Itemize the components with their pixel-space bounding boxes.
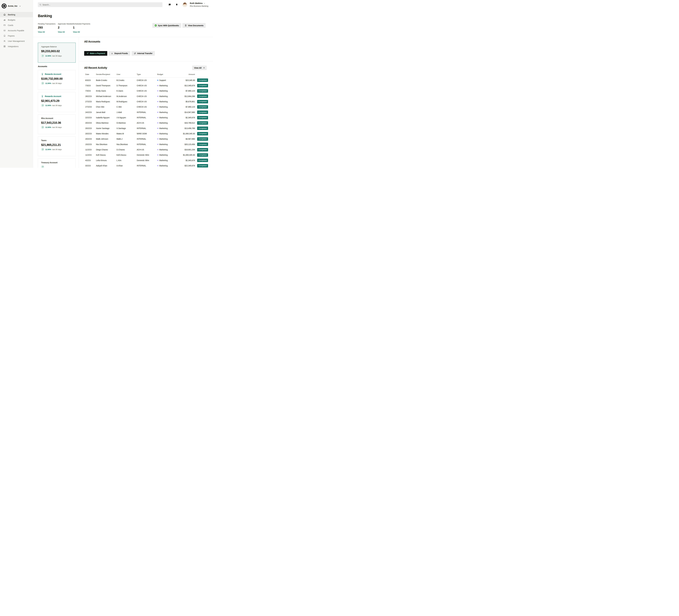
table-row[interactable]: 15/2/23 Nia Okonkwo Nia.Okonkwo INTERNAL… [84, 142, 208, 147]
user-menu[interactable]: Ruth Watkins Rho Business Banking [190, 2, 208, 7]
header-action-button[interactable]: View Documents [182, 23, 205, 28]
cell-date: 15/2/23 [85, 143, 96, 145]
budget-label: Marketing [159, 154, 168, 156]
trend-row: 12.06% last 30 days [41, 82, 72, 85]
table-row[interactable]: 20/2/23 Malik Johnson Malik.J INTERNAL M… [84, 136, 208, 142]
account-card-title-row: Taxes [41, 139, 72, 141]
sidebar-item[interactable]: Payees [0, 33, 33, 38]
cell-sender: Kofi Owusu [96, 154, 117, 156]
trend-up-badge [41, 165, 44, 168]
table-row[interactable]: 20/2/23 Olivia Martinez O.Martinez ACH-U… [84, 120, 208, 126]
budget-label: Marketing [159, 117, 168, 119]
cell-user: Nia.Okonkwo [117, 143, 137, 145]
budget-dot [157, 133, 158, 134]
trend-up-icon [42, 55, 43, 57]
stat-view-all-link[interactable]: View All [38, 31, 45, 33]
sidebar-item-label: User Management [8, 40, 25, 42]
cell-date: 20/2/23 [85, 133, 96, 135]
cell-user: D.Chavez [117, 149, 137, 151]
table-row[interactable]: 24/2/23 Jamal Abdi J.Abdi INTERNAL Marke… [84, 109, 208, 115]
cell-sender: Malik Johnson [96, 138, 117, 140]
aggregate-balance-amount: $9,233,003.02 [41, 50, 72, 53]
table-row[interactable]: 22/2/23 Isabella Nguyen I.N.Nguyen INTER… [84, 115, 208, 120]
stat-view-all-link[interactable]: View All [58, 31, 65, 33]
table-row[interactable]: 27/2/23 Maria Rodriguez M.Rodriguez CHEC… [84, 99, 208, 104]
cell-type: WIRE-DOM [137, 133, 157, 135]
cell-budget: Marketing [157, 100, 177, 103]
cell-sender: Bode-Crooks [96, 79, 117, 82]
table-row[interactable]: 27/2/23 Chen Wei C.Wei CHECK-US Marketin… [84, 104, 208, 109]
cell-amount: $7,890,123 [177, 106, 195, 108]
account-card[interactable]: Taxes $21,865,211.21 12.06% last 30 days [38, 136, 76, 156]
table-row[interactable]: 4/2/23 Leila Kimura L.Kim Domestic Wire … [84, 158, 208, 163]
account-action-button[interactable]: Make a Payment [84, 51, 107, 56]
trend-up-icon [42, 127, 43, 128]
cell-user: Kofi.Owusu [117, 154, 137, 156]
view-all-activity-button[interactable]: View All [192, 66, 207, 70]
table-row[interactable]: 8/3/23 Bode-Crooks B.Crooks CHECK-US Sup… [84, 77, 208, 83]
table-row[interactable]: 11/2/23 Kofi Owusu Kofi.Owusu Domestic W… [84, 152, 208, 158]
account-card-title-row: Treasury Account [41, 161, 72, 164]
org-switcher[interactable]: Acme, Inc [0, 0, 33, 8]
account-action-button[interactable]: Deposit Funds [109, 51, 130, 56]
status-badge: Completed [197, 127, 208, 130]
cell-date: 7/3/23 [85, 90, 96, 92]
sidebar: Acme, Inc Banking Budgets Cards Accounts… [0, 0, 33, 168]
account-card[interactable]: Rho Account $17,543,210.36 12.06% last 3… [38, 114, 76, 134]
table-row[interactable]: 3/2/23 Aaliyah Khan A.Khan INTERNAL Mark… [84, 163, 208, 168]
budget-label: Marketing [159, 165, 168, 167]
column-header-type[interactable]: Type [137, 73, 157, 75]
column-header-sender[interactable]: Sender/Recipient [96, 73, 117, 75]
cell-type: INTERNAL [137, 117, 157, 119]
button-icon [155, 24, 157, 27]
activity-table-header: Date Sender/Recipient User Type Budget A… [84, 73, 208, 75]
sidebar-item[interactable]: Accounts Payable [0, 28, 33, 33]
status-badge: Completed [197, 110, 208, 114]
support-chat-icon[interactable] [168, 3, 171, 6]
account-action-button[interactable]: Internal Transfer [132, 51, 155, 56]
table-row[interactable]: 7/3/23 David Thompson D.Thompson CHECK-U… [84, 83, 208, 88]
cell-budget: Marketing [157, 143, 177, 145]
table-row[interactable]: 7/3/23 Emily Davis E.Davis CHECK-US Mark… [84, 88, 208, 94]
account-card[interactable]: Rewards Account $100,732,000.00 12.06% l… [38, 70, 76, 90]
header-action-button[interactable]: Sync With Quickbooks [152, 23, 181, 28]
column-header-amount[interactable]: Amount [177, 73, 195, 75]
cell-sender: Maria Rodriguez [96, 100, 117, 103]
cell-sender: David Thompson [96, 85, 117, 87]
budget-dot [157, 85, 158, 86]
column-header-user[interactable]: User [117, 73, 137, 75]
trend-percent: 12.06% [45, 104, 51, 106]
table-row[interactable]: 20/2/23 Mateo Morales Mateo.M WIRE-DOM M… [84, 131, 208, 136]
notifications-bell-icon[interactable] [175, 3, 178, 6]
aggregate-balance-card[interactable]: Aggregate Balance $9,233,003.02 12.06% l… [38, 43, 76, 63]
sidebar-item[interactable]: Integrations [0, 44, 33, 49]
button-label: Deposit Funds [114, 52, 128, 55]
cell-amount: $5,678,901 [177, 100, 195, 103]
cell-amount: $14,567,890 [177, 111, 195, 114]
cell-sender: Emily Davis [96, 90, 117, 92]
cell-type: CHECK-US [137, 95, 157, 97]
sidebar-item[interactable]: Cards [0, 23, 33, 28]
cell-type: CHECK-US [137, 100, 157, 103]
avatar[interactable] [182, 2, 187, 7]
sidebar-item[interactable]: Budgets [0, 17, 33, 23]
button-label: View All [194, 67, 201, 69]
account-card-amount: $21,865,211.21 [41, 143, 72, 147]
account-card-title: Rewards Account [45, 95, 61, 97]
column-header-budget[interactable]: Budget [157, 73, 177, 75]
table-row[interactable]: 28/2/23 Michael Anderson M.Anderson CHEC… [84, 94, 208, 99]
cell-amount: $2,345,678 [177, 159, 195, 161]
stat-view-all-link[interactable]: View All [73, 31, 80, 33]
trend-row: 12.06% last 30 days [41, 104, 72, 107]
account-card[interactable]: Rewards Account $2,901,673.29 12.06% las… [38, 92, 76, 112]
trend-row: 12.06% last 30 days [41, 148, 72, 151]
column-header-date[interactable]: Date [85, 73, 96, 75]
account-card[interactable]: Treasury Account [38, 159, 76, 168]
search-input[interactable] [42, 4, 161, 6]
table-row[interactable]: 20/2/23 Xavier Santiago X.Santiago INTER… [84, 126, 208, 131]
cell-sender: Diego Chavez [96, 149, 117, 151]
sidebar-item[interactable]: Banking [0, 12, 33, 17]
cell-date: 3/2/23 [85, 165, 96, 167]
table-row[interactable]: 11/2/23 Diego Chavez D.Chavez ACH-US Mar… [84, 147, 208, 152]
sidebar-item[interactable]: User Management [0, 38, 33, 44]
